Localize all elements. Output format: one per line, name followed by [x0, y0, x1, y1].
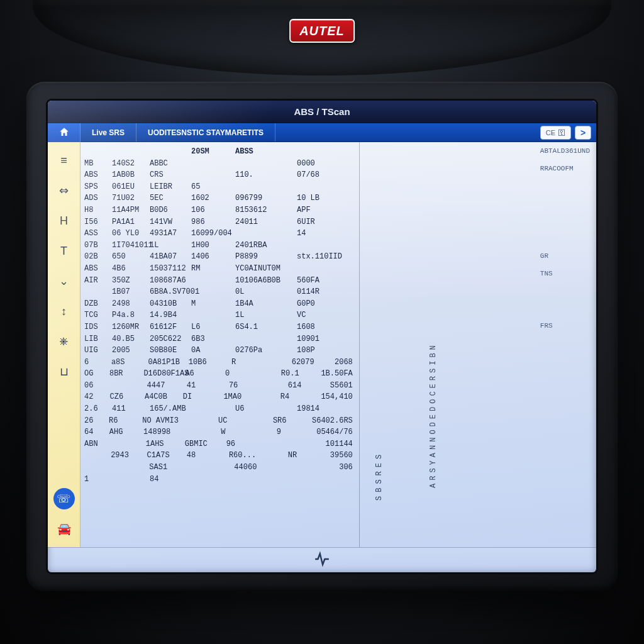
table-row[interactable]: SPS061EULEIBR65 — [84, 181, 353, 193]
table-row[interactable]: I56PA1A1141VW986240116UIR — [84, 216, 353, 228]
cell: 101144 — [326, 438, 353, 450]
table-row[interactable]: ASS06 YL04931A716099/00414 — [84, 228, 353, 240]
cell — [235, 333, 297, 345]
cell: 14 — [297, 228, 341, 240]
sidebar-up[interactable]: ↕ — [53, 301, 75, 322]
sidebar-car[interactable]: 🚘 — [53, 518, 75, 540]
table-row[interactable]: 6a8S0A81P1B10B6R620792068 — [84, 357, 353, 369]
cell: SAS1 — [149, 462, 191, 474]
cell — [150, 146, 191, 158]
cell: 40.B5 — [112, 333, 150, 345]
cell: 10B6 — [189, 357, 231, 369]
table-row[interactable]: 07B1I70410111L1H002401RBA — [84, 240, 353, 252]
cell: 411 — [112, 403, 150, 415]
cell — [296, 462, 340, 474]
sidebar-u[interactable]: ⊔ — [53, 361, 75, 382]
h-icon: H — [60, 214, 68, 228]
cell: 41BA07 — [150, 251, 191, 263]
table-row[interactable]: 2943C1A7S48R60...NR39560 — [84, 450, 353, 462]
table-row[interactable]: LIB40.B5205C6226B310901 — [84, 333, 353, 345]
table-row[interactable]: 26R6NO AVMI3UCSR6S6402.6RS — [84, 415, 353, 427]
table-row[interactable]: 2.6411165/.AMBU619814 — [84, 403, 353, 415]
table-row[interactable]: 42CZ6A4C0BDI1MA0R4154,410 — [84, 391, 353, 403]
home-tab[interactable] — [48, 123, 80, 142]
cell — [179, 415, 218, 427]
cell: 06 — [84, 380, 111, 392]
cell: 15037112 — [150, 263, 191, 275]
cell: 108687A6 — [150, 275, 191, 287]
table-row[interactable]: SAS144060306 — [84, 462, 353, 474]
data-table[interactable]: 20SMABSSMB140S2ABBC0000ABS1AB0BCRS110.07… — [80, 142, 359, 547]
table-row[interactable]: OG8BRD16D80F1ASA60R0.11B.50FA — [84, 368, 353, 380]
cell: 76 — [229, 380, 288, 392]
cell: UC — [218, 415, 273, 427]
activity-icon[interactable] — [314, 551, 330, 570]
cell: 986 — [191, 216, 235, 228]
cell: 148998 — [143, 426, 181, 438]
vertical-label-2: ARSYANNODEDOCERSIBN — [429, 211, 438, 488]
cell: 205C622 — [150, 333, 191, 345]
sidebar-t[interactable]: T — [53, 240, 75, 262]
cell: 1602 — [191, 192, 235, 204]
sidebar-down[interactable]: ⌄ — [53, 270, 75, 292]
cell — [191, 309, 235, 321]
cell: NR — [288, 450, 330, 462]
table-row[interactable]: ABS1AB0BCRS110.07/68 — [84, 169, 353, 181]
cell: 110. — [235, 169, 297, 181]
cell: SR6 — [273, 415, 312, 427]
cell — [235, 158, 297, 170]
cell: 0114R — [297, 286, 341, 298]
cell — [191, 286, 235, 298]
ce-badge[interactable]: CE ⚿ — [540, 126, 571, 140]
cell — [111, 380, 147, 392]
cell: C1A7S — [147, 450, 187, 462]
cell: 62079 — [292, 357, 335, 369]
cell — [297, 474, 341, 486]
cell: PA1A1 — [112, 216, 150, 228]
cell: S5601 — [330, 380, 353, 392]
cell: 560FA — [297, 275, 341, 287]
table-row[interactable]: IDS1260MR61612FL66S4.11608 — [84, 321, 353, 333]
next-button[interactable]: > — [575, 126, 591, 140]
expand-icon: ⇔ — [59, 184, 69, 197]
table-row[interactable]: UIG2005S0B80E0A0276Pa108P — [84, 345, 353, 357]
cell: 165/.AMB — [150, 403, 191, 415]
table-row[interactable]: ADS71U025EC160209679910 LB — [84, 192, 353, 204]
sidebar-headset[interactable]: ☏ — [53, 488, 75, 509]
sidebar-h[interactable]: H — [53, 210, 75, 231]
window-title: ABS / TScan — [48, 101, 596, 123]
table-row[interactable]: 64AHG148998W905464/76 — [84, 426, 353, 438]
cell: LEIBR — [150, 181, 191, 193]
cell: 096799 — [235, 192, 297, 204]
cell: 6UIR — [297, 216, 341, 228]
table-row[interactable]: 184 — [84, 474, 353, 486]
tab-live[interactable]: Live SRS — [80, 123, 136, 142]
table-row[interactable]: TCGP4a.814.9B41LVC — [84, 309, 353, 321]
sidebar-menu[interactable]: ≡ — [53, 150, 75, 171]
cell — [191, 474, 235, 486]
sidebar-expand[interactable]: ⇔ — [53, 180, 75, 201]
right-label-4: TNS — [540, 269, 590, 280]
cell: R — [231, 357, 292, 369]
cell: W — [221, 426, 277, 438]
cell: TCG — [84, 309, 112, 321]
table-row[interactable]: DZB249804310BM1B4AG0P0 — [84, 298, 353, 310]
table-row[interactable]: ABS4B615037112RMYC0AINUT0M — [84, 263, 353, 275]
tab-diagnostic[interactable]: UODITESNSTIC STAYMARETITS — [136, 123, 275, 142]
vertical-label-1: SBSRES — [375, 174, 384, 501]
table-row[interactable]: H811A4PMB0D61068153612APF — [84, 204, 353, 216]
cell: 8153612 — [235, 204, 297, 216]
table-row[interactable]: AIR350Z108687A610106A6B0B560FA — [84, 275, 353, 287]
table-row[interactable]: 0644474176614S5601 — [84, 380, 353, 392]
sidebar-set[interactable]: ⛯ — [53, 331, 75, 352]
cell: 42 — [84, 391, 110, 403]
home-icon — [58, 126, 70, 140]
cell: 48 — [187, 450, 229, 462]
table-row[interactable]: ABN1AHSGBMIC96101144 — [84, 438, 353, 450]
cell: 6B8A.SV7001 — [150, 286, 191, 298]
table-row[interactable]: 02B65041BA071406P8899stx.110IID — [84, 251, 353, 263]
screen: ABS / TScan Live SRS UODITESNSTIC STAYMA… — [48, 101, 596, 572]
footer-bar — [48, 547, 596, 572]
table-row[interactable]: MB140S2ABBC0000 — [84, 158, 353, 170]
table-row[interactable]: 1B076B8A.SV70010L0114R — [84, 286, 353, 298]
